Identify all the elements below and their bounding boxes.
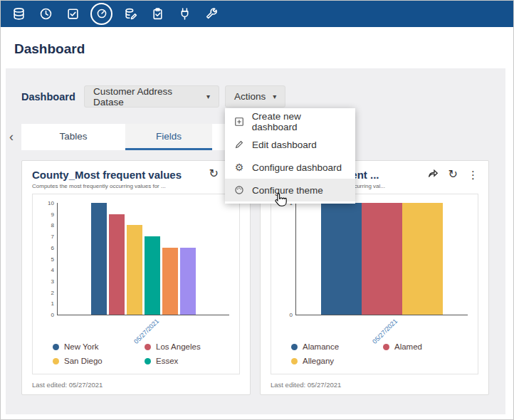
edit-icon bbox=[234, 140, 245, 149]
bar-san-diego bbox=[127, 225, 142, 315]
dataset-selector-dropdown[interactable]: Customer Address Datase ▾ bbox=[84, 85, 219, 107]
menu-item-label: Configure theme bbox=[252, 185, 323, 196]
legend-color-dot bbox=[53, 358, 59, 364]
bar-essex bbox=[145, 236, 160, 315]
menu-item-configure-dashboard[interactable]: ⚙ Configure dashboard bbox=[225, 156, 355, 179]
bar-chart: 05/27/2021 01 AlamanceAlamedAllegany bbox=[271, 194, 478, 374]
card-subtitle: Computes the most frequently occurring v… bbox=[32, 183, 240, 189]
bar-new-york bbox=[91, 203, 107, 315]
card-title: County_Most frequent values bbox=[32, 168, 209, 182]
legend-color-dot bbox=[145, 344, 151, 350]
kebab-menu-icon[interactable]: ⋮ bbox=[468, 169, 478, 180]
database-edit-icon[interactable] bbox=[121, 4, 140, 23]
dashboard-context-label: Dashboard bbox=[21, 91, 75, 103]
legend-item: San Diego bbox=[53, 357, 142, 365]
legend-color-dot bbox=[291, 344, 298, 350]
legend-label: New York bbox=[64, 342, 99, 351]
tab-fields[interactable]: Fields bbox=[125, 124, 212, 150]
legend-label: Alamed bbox=[394, 342, 422, 351]
plug-icon[interactable] bbox=[175, 4, 194, 23]
legend-color-dot bbox=[53, 344, 59, 350]
page-title: Dashboard bbox=[14, 41, 85, 57]
plot-area: 05/27/2021 012345678910 bbox=[57, 203, 229, 315]
y-axis-tick-label: 0 bbox=[290, 312, 296, 318]
legend-item: New York bbox=[53, 342, 142, 351]
menu-item-edit-dashboard[interactable]: Edit dashboard bbox=[225, 133, 355, 156]
dataset-selector-value: Customer Address Datase bbox=[93, 86, 199, 107]
x-axis-tick-label: 05/27/2021 bbox=[132, 317, 160, 345]
bar-allegany bbox=[402, 203, 443, 315]
clipboard-check-icon[interactable] bbox=[148, 4, 167, 23]
menu-item-create-new-dashboard[interactable]: Create new dashboard bbox=[225, 110, 355, 133]
y-axis-tick-label: 8 bbox=[51, 222, 58, 229]
plot-area: 05/27/2021 01 bbox=[295, 203, 468, 315]
legend-label: Allegany bbox=[303, 357, 334, 365]
y-axis-tick-label: 0 bbox=[51, 312, 58, 318]
chart-card-county: County_Most frequent values ↻ Computes t… bbox=[21, 160, 251, 395]
database-icon[interactable] bbox=[9, 4, 28, 23]
chevron-down-icon: ▾ bbox=[273, 93, 276, 100]
menu-item-label: Configure dashboard bbox=[252, 162, 342, 173]
legend-color-dot bbox=[145, 358, 151, 364]
legend-item: Allegany bbox=[291, 357, 380, 365]
menu-item-label: Edit dashboard bbox=[252, 140, 317, 150]
bars-group bbox=[296, 203, 468, 315]
actions-dropdown-menu: Create new dashboard Edit dashboard ⚙ Co… bbox=[225, 108, 355, 204]
wrench-icon[interactable] bbox=[202, 4, 221, 23]
actions-button-label: Actions bbox=[234, 91, 266, 102]
bar-los-angeles bbox=[109, 214, 125, 315]
plus-square-icon bbox=[234, 117, 245, 127]
legend-label: San Diego bbox=[64, 357, 103, 365]
refresh-icon[interactable]: ↻ bbox=[449, 169, 458, 180]
refresh-icon[interactable]: ↻ bbox=[209, 168, 219, 179]
y-axis-tick-label: 5 bbox=[51, 256, 58, 262]
y-axis-tick-label: 6 bbox=[51, 244, 58, 251]
dashboard-icon[interactable] bbox=[90, 3, 112, 25]
share-icon[interactable] bbox=[427, 168, 439, 181]
legend-color-dot bbox=[383, 344, 389, 350]
legend-label: Essex bbox=[156, 357, 178, 365]
bar-chart: 05/27/2021 012345678910 New YorkLos Ange… bbox=[32, 194, 240, 374]
y-axis-tick-label: 10 bbox=[48, 200, 58, 206]
legend-color-dot bbox=[291, 358, 298, 364]
y-axis-tick-label: 4 bbox=[51, 267, 58, 273]
legend-item: Alamance bbox=[291, 342, 380, 351]
chevron-down-icon: ▾ bbox=[206, 93, 210, 100]
menu-item-label: Create new dashboard bbox=[252, 111, 347, 132]
clock-icon[interactable] bbox=[36, 4, 55, 23]
tab-tables[interactable]: Tables bbox=[21, 124, 125, 150]
checkbox-icon[interactable] bbox=[63, 4, 82, 23]
y-axis-tick-label: 3 bbox=[51, 278, 58, 284]
chart-legend: New YorkLos AngelesSan DiegoEssex bbox=[38, 342, 234, 365]
bar bbox=[180, 248, 196, 315]
actions-button[interactable]: Actions ▾ bbox=[225, 85, 285, 107]
menu-item-configure-theme[interactable]: Configure theme bbox=[225, 179, 355, 201]
tabs-scroll-left-chevron[interactable]: ‹ bbox=[9, 130, 14, 145]
bar bbox=[162, 248, 178, 315]
bar-alamance bbox=[321, 203, 362, 315]
legend-label: Alamance bbox=[303, 342, 339, 351]
y-axis-tick-label: 1 bbox=[51, 300, 58, 307]
last-edited-label: Last edited: 05/27/2021 bbox=[32, 381, 103, 389]
y-axis-tick-label: 7 bbox=[51, 233, 58, 240]
legend-label: Los Angeles bbox=[156, 342, 201, 351]
legend-item: Essex bbox=[145, 357, 234, 365]
bars-group bbox=[58, 203, 229, 315]
gear-icon: ⚙ bbox=[234, 162, 245, 173]
top-navigation-bar bbox=[0, 0, 514, 27]
y-axis-tick-label: 2 bbox=[51, 289, 58, 295]
x-axis-tick-label: 05/27/2021 bbox=[371, 317, 399, 345]
legend-item: Alamed bbox=[383, 342, 472, 351]
chart-legend: AlamanceAlamedAllegany bbox=[277, 342, 472, 365]
last-edited-label: Last edited: 05/27/2021 bbox=[271, 381, 341, 389]
tab-strip: Tables Fields bbox=[21, 124, 251, 150]
y-axis-tick-label: 9 bbox=[51, 211, 58, 217]
bar-alamed bbox=[362, 203, 402, 315]
palette-icon bbox=[234, 185, 245, 195]
legend-item: Los Angeles bbox=[145, 342, 234, 351]
